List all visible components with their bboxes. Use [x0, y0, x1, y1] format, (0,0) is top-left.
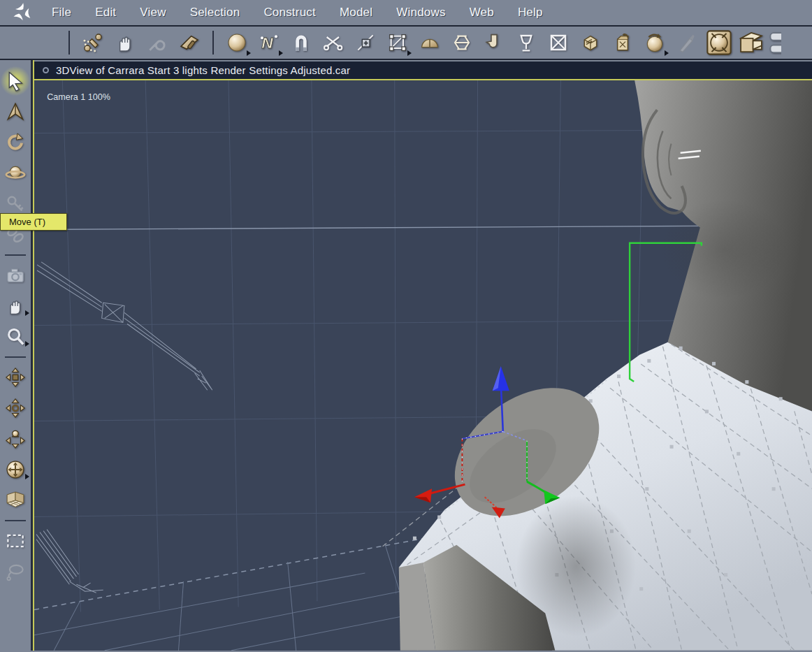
magnet-icon[interactable] — [285, 28, 317, 57]
reference-room-tool[interactable] — [1, 485, 30, 516]
toolbar-separator — [68, 31, 70, 55]
carrara-logo — [7, 1, 38, 24]
palette-divider — [5, 356, 26, 358]
bolts-icon[interactable] — [767, 28, 781, 57]
light-wireframe[interactable] — [37, 262, 212, 390]
delete-box-icon[interactable] — [542, 28, 574, 57]
lathe-icon[interactable] — [446, 28, 478, 57]
menu-file[interactable]: File — [43, 3, 80, 22]
menu-windows[interactable]: Windows — [388, 3, 454, 22]
menubar: FileEditViewSelectionConstructModelWindo… — [0, 0, 812, 25]
document-window: 3DView of Carrara Start 3 lights Render … — [33, 60, 812, 651]
menu-help[interactable]: Help — [509, 3, 551, 22]
render-camera-tool[interactable] — [1, 260, 30, 291]
pan-camera-tool[interactable] — [1, 393, 30, 423]
spline-curve-icon[interactable]: N — [253, 28, 285, 57]
scale-tool[interactable] — [1, 158, 30, 189]
menu-construct[interactable]: Construct — [255, 3, 324, 22]
trackball-camera-tool[interactable] — [1, 454, 30, 485]
palette-divider — [5, 520, 26, 521]
toolbar-group-1 — [77, 28, 205, 57]
menu-web[interactable]: Web — [461, 3, 502, 22]
menu-edit[interactable]: Edit — [87, 3, 124, 22]
toolbar-group-2: N — [221, 28, 781, 57]
main-toolbar: N — [0, 27, 812, 60]
sphere-primitive-icon[interactable] — [221, 28, 253, 57]
corner-wireframe[interactable] — [36, 530, 103, 593]
document-titlebar[interactable]: 3DView of Carrara Start 3 lights Render … — [34, 61, 812, 79]
move-tool[interactable] — [1, 96, 30, 127]
scissors-icon[interactable] — [317, 28, 349, 57]
menu-selection[interactable]: Selection — [182, 3, 249, 22]
dome-icon[interactable] — [414, 28, 446, 57]
trowel-tool-icon[interactable] — [173, 28, 205, 57]
viewport[interactable]: Camera 1 100% Move (T) — [34, 79, 812, 651]
sphere-arrow-icon[interactable] — [639, 28, 671, 57]
add-point-icon[interactable] — [349, 28, 382, 57]
cube-icon[interactable] — [574, 28, 607, 57]
select-arrow-tool[interactable] — [1, 66, 30, 96]
dolly-camera-tool[interactable] — [1, 362, 30, 393]
bank-camera-tool[interactable] — [1, 423, 30, 454]
palette-divider — [5, 254, 26, 256]
bone-tool-icon[interactable] — [77, 28, 109, 57]
wrench-icon[interactable] — [141, 28, 173, 57]
bag-icon[interactable] — [607, 28, 639, 57]
menu-items: FileEditViewSelectionConstructModelWindo… — [43, 3, 551, 22]
zoom-tool[interactable] — [1, 321, 30, 352]
toolbar-separator — [212, 31, 214, 55]
camera-label: Camera 1 100% — [47, 92, 110, 102]
tool-palette — [0, 60, 33, 651]
window-dot-icon[interactable] — [43, 67, 49, 73]
viewport-canvas[interactable]: Camera 1 100% — [34, 80, 812, 651]
tooltip-move: Move (T) — [0, 213, 67, 231]
extrude-tool-icon[interactable] — [735, 28, 767, 57]
marquee-select-tool[interactable] — [1, 526, 30, 556]
hand-tool-icon[interactable] — [109, 28, 141, 57]
document-title: 3DView of Carrara Start 3 lights Render … — [56, 64, 350, 76]
lasso-select-tool[interactable] — [1, 556, 30, 587]
svg-text:N: N — [261, 34, 273, 52]
bend-extrude-icon[interactable] — [478, 28, 510, 57]
lattice-icon[interactable] — [382, 28, 414, 57]
pan-tool[interactable] — [1, 291, 30, 321]
goblet-icon[interactable] — [510, 28, 542, 57]
menu-model[interactable]: Model — [331, 3, 381, 22]
rotate-tool[interactable] — [1, 127, 30, 158]
brush-icon[interactable] — [671, 28, 703, 57]
figure-model[interactable] — [383, 80, 812, 651]
punch-tool-icon[interactable] — [703, 28, 735, 57]
menu-view[interactable]: View — [131, 3, 174, 22]
